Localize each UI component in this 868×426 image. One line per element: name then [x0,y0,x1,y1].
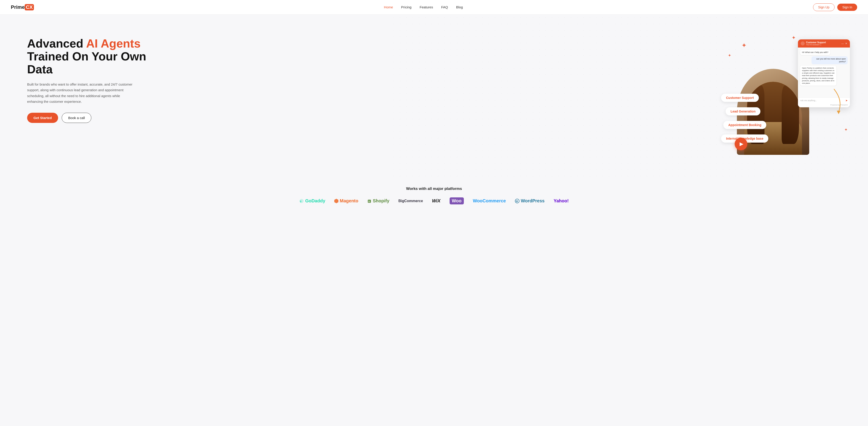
chat-header-icons: — ✕ [841,42,847,45]
nav-home[interactable]: Home [384,5,393,9]
hero-title: Advanced AI Agents Trained On Your Own D… [27,37,149,76]
chat-send-icon[interactable]: ➤ [845,99,848,102]
pill-lead-generation: Lead Generation [725,107,761,115]
signin-button[interactable]: Sign In [837,4,857,11]
nav-features[interactable]: Features [420,5,433,9]
logo-godaddy: g GoDaddy [299,198,325,203]
chat-widget-subtitle: Your AI assistant :) [806,44,826,46]
curved-arrow [832,87,845,114]
chat-message-3: Open Pantry is a platform that connects … [800,66,848,86]
svg-text:W: W [516,200,518,203]
logo-weebly: WooCommerce [473,198,506,203]
logo[interactable]: PrimeCX [11,4,34,10]
shopify-icon: s [367,199,371,203]
logo-shopify: s Shopify [367,198,389,203]
sparkle-icon-2: ✦ [728,53,731,58]
chat-header: Customer Support Your AI assistant :) — … [798,39,850,48]
chat-header-text: Customer Support Your AI assistant :) [806,41,826,46]
hero-section: Advanced AI Agents Trained On Your Own D… [0,15,868,177]
svg-text:s: s [368,200,370,203]
logo-bigcommerce: BigCommerce [399,199,423,203]
svg-text:g: g [300,200,301,202]
logo-wordpress: W WordPress [515,198,545,203]
chat-header-left: Customer Support Your AI assistant :) [801,41,826,46]
svg-marker-0 [837,111,840,114]
close-icon: ✕ [845,42,847,45]
chat-message-1: Hi! What can I help you with? [800,50,848,55]
nav-links: Home Pricing Features FAQ Blog [384,5,463,9]
nav-faq[interactable]: FAQ [441,5,448,9]
play-icon: ▶ [740,141,743,147]
bot-message-2: Open Pantry is a platform that connects … [800,66,836,86]
nav-pricing[interactable]: Pricing [401,5,412,9]
bot-message-1: Hi! What can I help you with? [800,50,830,55]
play-button[interactable]: ▶ [735,138,747,150]
logo-cx: CX [25,4,34,10]
platforms-section: Works with all major platforms g GoDaddy… [0,177,868,209]
chat-avatar [801,41,805,46]
minimize-icon: — [841,42,844,45]
hero-buttons: Get Started Book a call [27,113,149,123]
platforms-title: Works with all major platforms [18,187,850,191]
hero-subtitle: Built for brands who want to offer insta… [27,82,135,105]
user-message-1: can you tell me more about open pantry? [811,56,848,64]
sparkle-icon-3: ✦ [792,35,796,41]
magento-icon [334,199,338,203]
chat-message-2: can you tell me more about open pantry? [800,56,848,64]
logo-wix: WiX [432,198,440,203]
logo-prime: Prime [11,4,25,10]
nav-actions: Sign Up Sign In [813,3,857,11]
logo-woocommerce: Woo [450,197,464,204]
wordpress-icon: W [515,199,520,203]
book-call-button[interactable]: Book a call [62,113,91,123]
pill-appointment-booking: Appointment Booking [723,121,766,129]
get-started-button[interactable]: Get Started [27,113,58,123]
person-silhouette [744,82,802,155]
hero-title-line2: Trained On Your Own Data [27,50,146,76]
logo-magento: Magento [334,198,358,203]
svg-marker-3 [334,199,338,203]
signup-button[interactable]: Sign Up [813,3,835,11]
nav-blog[interactable]: Blog [456,5,463,9]
woo-logo-text: Woo [452,198,462,203]
navbar: PrimeCX Home Pricing Features FAQ Blog S… [0,0,868,15]
hero-left: Advanced AI Agents Trained On Your Own D… [27,33,149,123]
platforms-logos: g GoDaddy Magento s Shopify BigCommerce … [18,197,850,204]
chat-widget-title: Customer Support [806,41,826,44]
logo-yahoo: Yahoo! [554,198,569,203]
sparkle-icon-1: ✦ [741,41,747,49]
hero-right: ✦ ✦ ✦ ✦ [714,33,850,164]
pill-customer-support: Customer Support [721,94,759,102]
hero-title-highlight: AI Agents [86,37,141,50]
godaddy-icon: g [299,199,304,203]
hero-title-line1: Advanced AI Agents [27,37,141,50]
sparkle-icon-4: ✦ [844,127,848,132]
